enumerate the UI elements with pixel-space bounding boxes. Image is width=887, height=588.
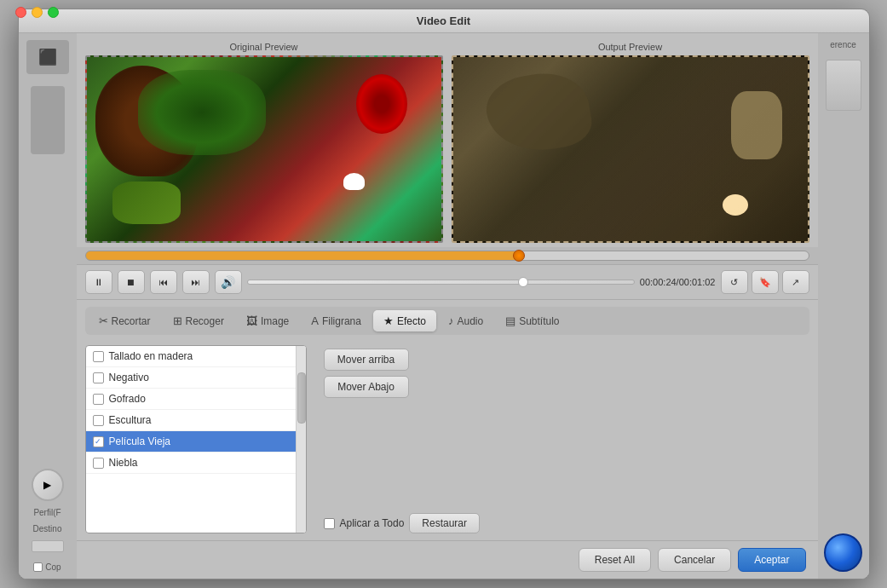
tab-image[interactable]: 🖼 Image — [236, 310, 299, 331]
zoom-button[interactable] — [48, 9, 59, 18]
star-icon: ★ — [383, 314, 394, 327]
apply-all-label: Aplicar a Todo — [340, 517, 405, 529]
foliage-decoration — [138, 70, 266, 155]
output-preview-panel: Output Preview — [452, 42, 809, 243]
bird-decoration — [343, 173, 365, 190]
blue-dial[interactable] — [824, 533, 862, 572]
effect-checkbox-0[interactable] — [93, 351, 104, 362]
output-shape2 — [731, 91, 782, 159]
move-up-button[interactable]: Mover arriba — [324, 349, 409, 371]
minimize-button[interactable] — [32, 9, 43, 18]
tab-recoger-label: Recoger — [186, 315, 224, 327]
bookmark-button[interactable]: 🔖 — [752, 270, 779, 294]
window-title: Video Edit — [417, 14, 470, 27]
pause-button[interactable]: ⏸ — [85, 270, 112, 294]
sidebar-bottom: ▶ Perfil(F Destino Cop — [32, 469, 64, 572]
time-display: 00:00:24/00:01:02 — [640, 277, 716, 287]
reference-label: erence — [830, 40, 856, 49]
tab-subtitulo-label: Subtítulo — [519, 315, 559, 327]
effect-item-1[interactable]: Negativo — [86, 367, 306, 389]
output-bird — [723, 194, 748, 216]
original-video — [85, 55, 443, 243]
dest-input[interactable] — [32, 540, 64, 552]
main-content: ⬛ ▶ Perfil(F Destino Cop Original Previe… — [19, 33, 869, 579]
tab-recortar[interactable]: ✂ Recortar — [89, 310, 161, 331]
move-down-button[interactable]: Mover Abajo — [324, 376, 409, 398]
play-sidebar-button[interactable]: ▶ — [32, 469, 64, 501]
rotate-button[interactable]: ↺ — [721, 270, 748, 294]
prev-frame-button[interactable]: ⏮ — [150, 270, 177, 294]
tab-subtitulo[interactable]: ▤ Subtítulo — [495, 310, 569, 331]
sidebar-panel — [31, 86, 65, 154]
time-thumb[interactable] — [518, 277, 528, 287]
main-window: Video Edit ⬛ ▶ Perfil(F Destino Cop — [18, 9, 870, 579]
scrollbar-track[interactable] — [296, 346, 306, 533]
tabs-section: ✂ Recortar ⊞ Recoger 🖼 Image A Filigrana — [77, 300, 818, 338]
effects-controls: Mover arriba Mover Abajo Aplicar a Todo … — [324, 345, 481, 533]
preview-section: Original Preview Output Preview — [77, 33, 818, 247]
effect-checkbox-1[interactable] — [93, 372, 104, 383]
apply-all-checkbox[interactable] — [324, 518, 335, 529]
content-area: Original Preview Output Preview — [77, 33, 818, 579]
timeline-track[interactable] — [85, 251, 809, 261]
effect-item-0[interactable]: Tallado en madera — [86, 346, 306, 367]
effect-item-2[interactable]: Gofrado — [86, 389, 306, 410]
output-video — [452, 55, 809, 243]
tabs-row: ✂ Recortar ⊞ Recoger 🖼 Image A Filigrana — [85, 307, 809, 335]
copy-checkbox[interactable] — [33, 562, 43, 572]
image-icon: 🖼 — [246, 314, 257, 327]
timeline-bar — [77, 247, 818, 264]
recoger-icon: ⊞ — [173, 314, 182, 327]
volume-button[interactable]: 🔊 — [215, 270, 242, 294]
copy-label: Cop — [45, 562, 60, 572]
cancel-button[interactable]: Cancelar — [658, 548, 731, 572]
tab-recortar-label: Recortar — [112, 315, 151, 327]
effect-checkbox-4[interactable]: ✓ — [93, 436, 104, 447]
tab-recoger[interactable]: ⊞ Recoger — [163, 310, 234, 331]
filigrana-icon: A — [311, 314, 319, 327]
scrollbar-thumb[interactable] — [297, 372, 306, 424]
effect-checkbox-3[interactable] — [93, 415, 104, 426]
effects-list-container: Tallado en madera Negativo Gofrado — [85, 345, 307, 533]
tab-audio[interactable]: ♪ Audio — [438, 310, 493, 331]
original-preview-panel: Original Preview — [85, 42, 443, 243]
sidebar-icon: ⬛ — [26, 40, 69, 74]
right-controls: ↺ 🔖 ↗ — [721, 270, 809, 294]
effect-item-4[interactable]: ✓ Película Vieja — [86, 431, 306, 453]
effect-item-3[interactable]: Escultura — [86, 410, 306, 431]
effect-checkbox-2[interactable] — [93, 394, 104, 405]
tab-filigrana[interactable]: A Filigrana — [301, 310, 372, 331]
audio-icon: ♪ — [448, 314, 454, 327]
share-button[interactable]: ↗ — [782, 270, 809, 294]
dest-label: Destino — [33, 524, 62, 533]
reset-all-button[interactable]: Reset All — [579, 548, 651, 572]
effect-checkbox-5[interactable] — [93, 458, 104, 469]
tab-image-label: Image — [261, 315, 289, 327]
subtitulo-icon: ▤ — [505, 314, 515, 327]
apply-row: Aplicar a Todo Restaurar — [324, 479, 481, 533]
effects-area: Tallado en madera Negativo Gofrado — [77, 338, 818, 540]
restore-button[interactable]: Restaurar — [409, 513, 480, 533]
tab-efecto[interactable]: ★ Efecto — [373, 310, 436, 331]
move-buttons: Mover arriba Mover Abajo — [324, 345, 481, 398]
tab-filigrana-label: Filigrana — [322, 315, 361, 327]
output-preview-label: Output Preview — [598, 42, 662, 52]
traffic-lights — [18, 9, 60, 18]
timeline-thumb[interactable] — [513, 250, 525, 262]
time-slider[interactable] — [247, 280, 635, 285]
controls-bar: ⏸ ⏹ ⏮ ⏭ 🔊 00:00:24/00:01:02 ↺ 🔖 ↗ — [77, 264, 818, 300]
tab-efecto-label: Efecto — [397, 315, 426, 327]
effect-item-5[interactable]: Niebla — [86, 453, 306, 474]
close-button[interactable] — [18, 9, 27, 18]
original-preview-label: Original Preview — [229, 42, 297, 52]
branch-decoration — [112, 182, 181, 224]
stop-button[interactable]: ⏹ — [118, 270, 145, 294]
tab-audio-label: Audio — [457, 315, 483, 327]
next-frame-button[interactable]: ⏭ — [182, 270, 210, 294]
bottom-bar: Reset All Cancelar Aceptar — [77, 540, 818, 579]
accept-button[interactable]: Aceptar — [738, 548, 805, 572]
effects-list: Tallado en madera Negativo Gofrado — [86, 346, 306, 474]
profile-label: Perfil(F — [33, 508, 60, 517]
scissors-icon: ✂ — [99, 314, 108, 327]
copy-check: Cop — [33, 562, 60, 572]
